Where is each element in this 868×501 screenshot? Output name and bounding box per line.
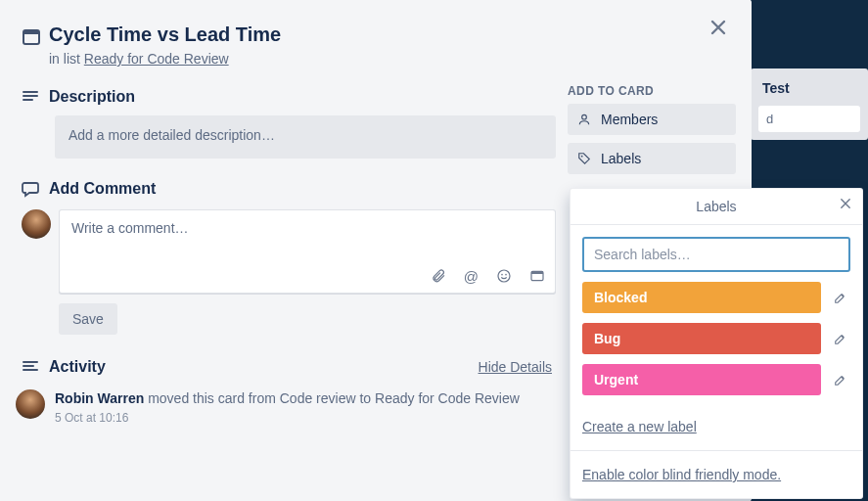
card-main-column: Cycle Time vs Lead Time in list Ready fo…: [16, 16, 556, 425]
avatar: [22, 209, 51, 239]
add-to-card-heading: ADD TO CARD: [568, 84, 736, 98]
activity-heading: Activity: [49, 358, 106, 376]
activity-action: moved this card from Code review to Read…: [144, 390, 520, 406]
colorblind-link[interactable]: Enable color blind friendly mode.: [571, 455, 862, 494]
labels-label: Labels: [601, 151, 641, 166]
svg-point-2: [498, 270, 510, 282]
card-list-location: in list Ready for Code Review: [49, 51, 556, 67]
activity-time: 5 Oct at 10:16: [55, 411, 520, 425]
description-heading: Description: [49, 88, 135, 106]
members-label: Members: [601, 112, 658, 127]
pencil-icon[interactable]: [831, 332, 850, 345]
label-search-input[interactable]: [582, 237, 850, 272]
list-link[interactable]: Ready for Code Review: [84, 51, 229, 67]
label-row: Urgent: [582, 364, 850, 395]
labels-popover: Labels BlockedBugUrgent Create a new lab…: [570, 188, 863, 499]
board-list: Test d: [751, 68, 868, 140]
svg-point-7: [582, 114, 587, 119]
card-icon: [22, 23, 49, 47]
label-chip[interactable]: Urgent: [582, 364, 821, 395]
board-list-title: Test: [758, 76, 860, 100]
svg-rect-1: [23, 30, 39, 34]
activity-user: Robin Warren: [55, 390, 144, 406]
comment-placeholder: Write a comment…: [71, 220, 543, 236]
label-row: Blocked: [582, 282, 850, 313]
svg-point-4: [505, 274, 507, 276]
save-button[interactable]: Save: [59, 303, 117, 335]
close-icon[interactable]: [839, 197, 852, 210]
pencil-icon[interactable]: [831, 373, 850, 387]
comment-input[interactable]: Write a comment… @: [59, 209, 556, 294]
pencil-icon[interactable]: [831, 291, 850, 304]
mention-icon[interactable]: @: [464, 268, 479, 285]
comment-heading: Add Comment: [49, 180, 156, 198]
members-icon: [577, 113, 593, 126]
members-button[interactable]: Members: [568, 104, 736, 135]
description-input[interactable]: Add a more detailed description…: [55, 115, 556, 159]
list-prefix: in list: [49, 51, 84, 67]
activity-entry: Robin Warren moved this card from Code r…: [55, 389, 520, 409]
hide-details-link[interactable]: Hide Details: [479, 359, 552, 375]
svg-point-8: [581, 156, 583, 158]
label-chip[interactable]: Bug: [582, 323, 821, 354]
activity-icon: [22, 358, 49, 376]
attachment-icon[interactable]: [431, 268, 446, 285]
board-card[interactable]: d: [758, 106, 860, 132]
card-attach-icon[interactable]: [529, 268, 545, 285]
avatar: [16, 389, 45, 419]
emoji-icon[interactable]: [496, 268, 512, 285]
labels-button[interactable]: Labels: [568, 143, 736, 174]
card-side-column: ADD TO CARD Members Labels: [568, 84, 736, 182]
svg-point-3: [501, 274, 503, 276]
label-chip[interactable]: Blocked: [582, 282, 821, 313]
svg-rect-6: [531, 271, 543, 274]
label-row: Bug: [582, 323, 850, 354]
labels-icon: [577, 152, 593, 165]
close-icon[interactable]: [703, 12, 734, 43]
description-icon: [22, 88, 49, 106]
popover-header: Labels: [571, 189, 862, 225]
popover-title: Labels: [696, 199, 736, 214]
card-title[interactable]: Cycle Time vs Lead Time: [49, 23, 281, 46]
comment-icon: [22, 180, 49, 198]
create-label-link[interactable]: Create a new label: [571, 407, 862, 446]
